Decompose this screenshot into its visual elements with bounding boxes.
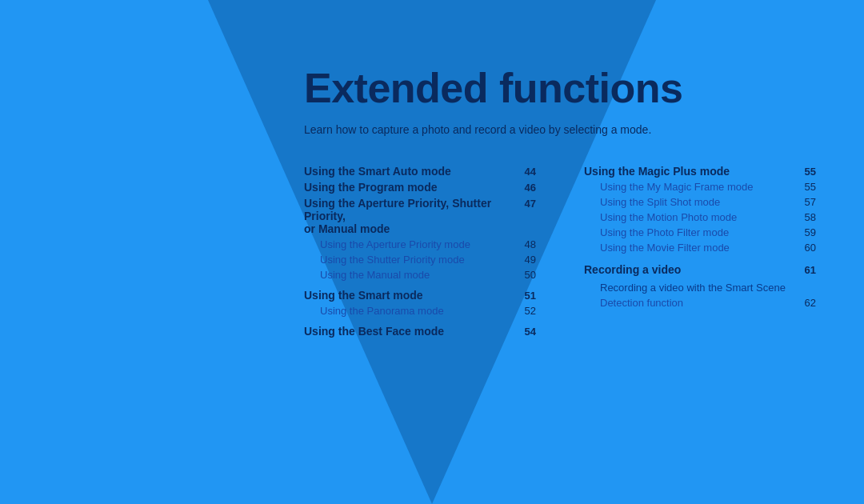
- page-subtitle: Learn how to capture a photo and record …: [304, 123, 816, 136]
- list-item: Using the Smart mode 51: [304, 289, 536, 302]
- list-item: Using the Magic Plus mode 55: [584, 165, 816, 178]
- list-item: Recording a video 61: [584, 263, 816, 276]
- list-item: Using the Split Shot mode 57: [584, 196, 816, 208]
- list-item: Detection function 62: [584, 297, 816, 309]
- list-item: Using the Program mode 46: [304, 181, 536, 194]
- list-item: Using the Smart Auto mode 44: [304, 165, 536, 178]
- list-item: Using the Manual mode 50: [304, 269, 536, 281]
- list-item: Using the Motion Photo mode 58: [584, 211, 816, 223]
- recording-section: Recording a video 61 Recording a video w…: [584, 263, 816, 309]
- list-item: Using the Best Face mode 54: [304, 325, 536, 338]
- right-column: Using the Magic Plus mode 55 Using the M…: [584, 165, 816, 341]
- list-item: Using the Photo Filter mode 59: [584, 226, 816, 238]
- list-item: Recording a video with the Smart Scene: [584, 279, 816, 297]
- page-content: Extended functions Learn how to capture …: [0, 0, 864, 373]
- toc-columns: Using the Smart Auto mode 44 Using the P…: [304, 165, 816, 341]
- list-item: Using the Aperture Priority mode 48: [304, 238, 536, 250]
- list-item: Using the Movie Filter mode 60: [584, 242, 816, 254]
- list-item: Using the Aperture Priority, Shutter Pri…: [304, 197, 536, 235]
- list-item: Using the My Magic Frame mode 55: [584, 181, 816, 193]
- left-column: Using the Smart Auto mode 44 Using the P…: [304, 165, 536, 341]
- list-item: Using the Shutter Priority mode 49: [304, 254, 536, 266]
- list-item: Using the Panorama mode 52: [304, 305, 536, 317]
- page-title: Extended functions: [304, 64, 816, 112]
